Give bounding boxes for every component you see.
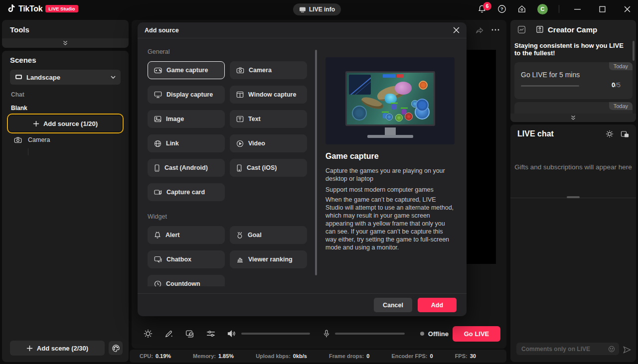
share-icon[interactable] — [476, 26, 483, 33]
plus-icon — [33, 121, 39, 127]
tools-expand-button[interactable] — [2, 38, 129, 48]
source-item-camera[interactable]: Camera — [14, 136, 50, 143]
stats-chart-icon[interactable] — [517, 25, 526, 34]
tools-title: Tools — [10, 25, 29, 34]
modal-close-icon[interactable] — [453, 27, 460, 33]
widget-option-countdown[interactable]: Countdown — [148, 275, 225, 286]
add-source-button[interactable]: Add source (1/20) — [9, 116, 122, 131]
source-option-image[interactable]: Image — [148, 110, 225, 128]
comment-input-box[interactable] — [516, 343, 619, 355]
home-button[interactable] — [517, 4, 526, 13]
titlebar: TikTok LIVE Studio LIVE info 6 ? C — [0, 0, 638, 18]
text-icon — [236, 116, 244, 122]
source-option-camera[interactable]: Camera — [230, 61, 307, 79]
tiktok-note-icon — [7, 4, 15, 13]
svg-text:?: ? — [500, 6, 503, 11]
live-studio-window: TikTok LIVE Studio LIVE info 6 ? C — [0, 0, 638, 364]
tree-indent-line — [28, 148, 28, 155]
creator-camp-subtitle: Staying consistent is how you LIVE to th… — [514, 42, 628, 57]
notification-count-badge: 6 — [483, 2, 491, 10]
widget-option-viewer-ranking[interactable]: Viewer ranking — [230, 250, 307, 268]
preview-description-2: Support most modern computer games — [325, 186, 455, 194]
task-title: Go LIVE for 5 mins — [521, 71, 580, 79]
emoji-icon[interactable] — [608, 346, 615, 353]
notifications-button[interactable]: 6 — [478, 4, 486, 13]
source-option-capture-card[interactable]: Capture card — [148, 183, 225, 201]
speaker-volume-slider[interactable] — [241, 333, 310, 335]
scene-selected-label: Landscape — [26, 74, 107, 81]
chat-settings-gear-icon[interactable] — [606, 130, 614, 138]
chat-resize-handle[interactable] — [567, 196, 580, 198]
stat-encoder-fps: Encoder FPS:0 — [391, 353, 433, 359]
widget-option-goal[interactable]: Goal — [230, 226, 307, 244]
monitor-icon — [154, 91, 162, 98]
add-scene-button[interactable]: Add scene (2/30) — [10, 341, 105, 356]
creator-camp-icon — [536, 25, 544, 33]
close-window-button[interactable] — [620, 6, 634, 12]
source-option-display-capture[interactable]: Display capture — [148, 86, 225, 104]
theme-palette-button[interactable] — [109, 341, 123, 355]
popout-chat-icon[interactable] — [621, 130, 629, 138]
widget-option-alert[interactable]: Alert — [148, 226, 225, 244]
avatar[interactable]: C — [537, 4, 548, 14]
media-panel-icon[interactable] — [185, 330, 194, 338]
creator-camp-scrollbar[interactable] — [633, 41, 635, 61]
more-options-icon[interactable] — [491, 29, 499, 31]
video-camera-icon — [154, 189, 162, 195]
double-chevron-down-icon — [62, 40, 69, 46]
source-preview-pane: Game capture Capture the games you are p… — [325, 38, 455, 286]
medal-icon — [236, 232, 243, 239]
live-info-icon — [299, 6, 306, 12]
camera-icon — [236, 67, 244, 74]
scene-group-blank[interactable]: Blank — [11, 105, 27, 112]
plus-icon — [26, 345, 33, 352]
maximize-button[interactable] — [595, 6, 609, 12]
stat-memory: Memory:1.85% — [193, 353, 234, 359]
bell-icon — [154, 232, 161, 239]
scene-group-chat[interactable]: Chat — [11, 91, 24, 98]
mic-volume-slider[interactable] — [335, 333, 405, 335]
source-option-text[interactable]: Text — [230, 110, 307, 128]
task-progress-count: 0/5 — [612, 81, 621, 89]
task-card-go-live[interactable]: Today Go LIVE for 5 mins 0/5 — [514, 62, 633, 99]
send-comment-icon[interactable] — [623, 346, 631, 354]
source-option-cast-android[interactable]: Cast (Android) — [148, 159, 225, 177]
edit-enhance-icon[interactable] — [164, 329, 173, 338]
modal-footer: Cancel Add — [138, 293, 467, 316]
stream-controls-bar: Offline Go LIVE — [132, 323, 506, 345]
modal-scrollbar — [315, 50, 317, 275]
scene-selector-dropdown[interactable]: Landscape — [10, 70, 121, 85]
comment-input[interactable] — [520, 345, 608, 353]
microphone-icon[interactable] — [323, 330, 330, 338]
live-info-button[interactable]: LIVE info — [293, 3, 341, 15]
monitor-frame — [345, 71, 435, 126]
app-logo: TikTok LIVE Studio — [7, 4, 78, 13]
source-option-cast-ios[interactable]: Cast (iOS) — [230, 159, 307, 177]
go-live-button[interactable]: Go LIVE — [453, 326, 500, 342]
cancel-button[interactable]: Cancel — [374, 298, 412, 312]
widget-option-chatbox[interactable]: Chatbox — [148, 250, 225, 268]
brand-name: TikTok — [18, 4, 42, 13]
preview-title: Game capture — [325, 152, 379, 161]
source-option-link[interactable]: Link — [148, 134, 225, 152]
filters-sliders-icon[interactable] — [206, 330, 215, 337]
speaker-icon[interactable] — [227, 330, 236, 338]
stat-frame-drops: Frame drops:0 — [329, 353, 369, 359]
modal-title: Add source — [145, 27, 453, 34]
help-button[interactable]: ? — [497, 4, 506, 13]
task-badge-today: Today — [609, 62, 633, 70]
phone-icon — [154, 164, 160, 172]
minimize-button[interactable] — [570, 6, 584, 12]
modal-scrollbar-thumb[interactable] — [315, 50, 317, 275]
settings-gear-icon[interactable] — [144, 329, 153, 338]
source-option-video[interactable]: Video — [230, 134, 307, 152]
source-option-window-capture[interactable]: Window capture — [230, 86, 307, 104]
task-progress-bar — [521, 85, 579, 87]
gamepad-icon — [154, 67, 162, 74]
add-button[interactable]: Add — [418, 298, 457, 312]
creator-camp-expand-button[interactable] — [510, 114, 636, 122]
bar-chart-icon — [236, 256, 244, 263]
add-scene-label: Add scene (2/30) — [37, 345, 88, 352]
source-option-game-capture[interactable]: Game capture — [148, 61, 225, 79]
titlebar-divider — [559, 5, 559, 13]
